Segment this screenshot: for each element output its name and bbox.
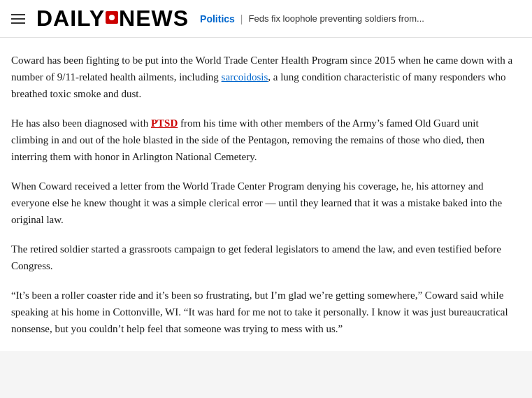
sarcoidosis-link[interactable]: sarcoidosis (222, 71, 268, 83)
logo-text-after: NEWS (119, 6, 189, 31)
site-logo: DAILYNEWS (36, 6, 189, 31)
site-header: DAILYNEWS Politics | Feds fix loophole p… (0, 0, 532, 38)
ptsd-link[interactable]: PTSD (151, 118, 178, 129)
paragraph-3: When Coward received a letter from the W… (11, 178, 518, 228)
paragraph-5: “It’s been a roller coaster ride and it’… (11, 287, 518, 337)
header-navigation: Politics | Feds fix loophole preventing … (200, 13, 424, 24)
logo-icon (106, 11, 118, 24)
article-content: Coward has been fighting to be put into … (0, 38, 532, 351)
nav-separator: | (240, 13, 243, 24)
hamburger-menu-button[interactable] (11, 14, 25, 24)
nav-politics-link[interactable]: Politics (200, 13, 235, 24)
paragraph-2: He has also been diagnosed with PTSD fro… (11, 115, 518, 165)
nav-headline-text: Feds fix loophole preventing soldiers fr… (249, 13, 424, 24)
p2-text-1: He has also been diagnosed with (11, 118, 151, 129)
paragraph-1: Coward has been fighting to be put into … (11, 52, 518, 102)
paragraph-4: The retired soldier started a grassroots… (11, 241, 518, 274)
logo-text-before: DAILY (36, 6, 105, 31)
